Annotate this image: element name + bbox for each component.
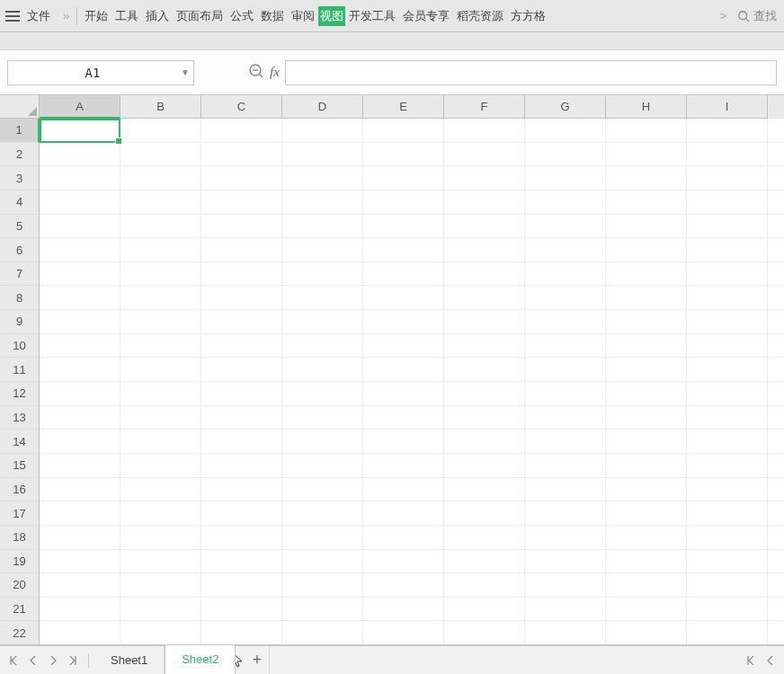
- row-header-8[interactable]: 8: [0, 286, 40, 310]
- row-header-20[interactable]: 20: [0, 573, 40, 598]
- sheet-nav-prev[interactable]: [24, 652, 42, 670]
- cell[interactable]: [282, 550, 363, 574]
- cell[interactable]: [687, 406, 768, 430]
- cell[interactable]: [444, 143, 525, 167]
- cell[interactable]: [120, 501, 201, 526]
- cell[interactable]: [525, 143, 606, 167]
- cell[interactable]: [444, 334, 525, 359]
- cell[interactable]: [363, 573, 444, 598]
- cell[interactable]: [687, 430, 768, 454]
- cell[interactable]: [606, 501, 687, 526]
- cell[interactable]: [282, 238, 363, 262]
- cell[interactable]: [768, 406, 784, 430]
- cell[interactable]: [768, 143, 784, 167]
- cell[interactable]: [606, 478, 687, 502]
- cell[interactable]: [606, 119, 687, 143]
- cell[interactable]: [525, 191, 606, 215]
- row-header-16[interactable]: 16: [0, 478, 40, 502]
- cell[interactable]: [687, 166, 768, 191]
- cell[interactable]: [444, 621, 525, 644]
- cell[interactable]: [444, 166, 525, 191]
- sheet-tab-1[interactable]: Sheet1: [94, 646, 165, 675]
- cell[interactable]: [768, 191, 784, 215]
- cell[interactable]: [201, 406, 282, 430]
- cell[interactable]: [201, 526, 282, 550]
- cell[interactable]: [606, 215, 687, 239]
- row-header-3[interactable]: 3: [0, 166, 40, 191]
- cell[interactable]: [201, 238, 282, 262]
- cell[interactable]: [363, 526, 444, 550]
- cell[interactable]: [444, 358, 525, 382]
- cell[interactable]: [768, 430, 784, 454]
- cell[interactable]: [768, 501, 784, 526]
- cell[interactable]: [687, 262, 768, 287]
- cell[interactable]: [120, 573, 201, 598]
- cell[interactable]: [525, 382, 606, 406]
- name-box[interactable]: A1 ▼: [7, 60, 194, 85]
- cell[interactable]: [120, 143, 201, 167]
- cell[interactable]: [282, 215, 363, 239]
- cell[interactable]: [525, 550, 606, 574]
- cell[interactable]: [525, 430, 606, 454]
- ribbon-tab-view[interactable]: 视图: [318, 6, 345, 26]
- zoom-out-icon[interactable]: [248, 63, 264, 82]
- cell[interactable]: [768, 286, 784, 310]
- cell[interactable]: [525, 358, 606, 382]
- cell[interactable]: [768, 262, 784, 287]
- cell[interactable]: [201, 310, 282, 334]
- cell[interactable]: [40, 286, 120, 310]
- column-header-C[interactable]: C: [201, 95, 282, 119]
- cell[interactable]: [444, 382, 525, 406]
- cell[interactable]: [444, 454, 525, 478]
- cell[interactable]: [282, 621, 363, 644]
- row-header-17[interactable]: 17: [0, 501, 40, 526]
- cell[interactable]: [606, 310, 687, 334]
- cell[interactable]: [282, 454, 363, 478]
- cell[interactable]: [687, 550, 768, 574]
- cell[interactable]: [444, 215, 525, 239]
- cell[interactable]: [444, 406, 525, 430]
- cell[interactable]: [444, 501, 525, 526]
- menu-hamburger-icon[interactable]: [5, 11, 20, 22]
- cell[interactable]: [201, 215, 282, 239]
- ribbon-tab-tools[interactable]: 工具: [111, 6, 142, 26]
- cell[interactable]: [525, 215, 606, 239]
- column-header-A[interactable]: A: [40, 95, 120, 119]
- cell[interactable]: [687, 621, 768, 644]
- cell[interactable]: [120, 454, 201, 478]
- cell[interactable]: [282, 598, 363, 622]
- cell[interactable]: [525, 598, 606, 622]
- hscroll-first[interactable]: [742, 652, 760, 670]
- cell[interactable]: [687, 238, 768, 262]
- ribbon-tab-data[interactable]: 数据: [257, 6, 288, 26]
- column-header-F[interactable]: F: [444, 95, 525, 119]
- cell[interactable]: [687, 358, 768, 382]
- cell[interactable]: [687, 215, 768, 239]
- cell[interactable]: [120, 406, 201, 430]
- cell[interactable]: [768, 166, 784, 191]
- cell[interactable]: [201, 501, 282, 526]
- cell[interactable]: [687, 286, 768, 310]
- cell[interactable]: [444, 286, 525, 310]
- cell[interactable]: [40, 430, 120, 454]
- cell[interactable]: [444, 191, 525, 215]
- cell[interactable]: [606, 143, 687, 167]
- cell[interactable]: [282, 406, 363, 430]
- cell[interactable]: [201, 262, 282, 287]
- cell[interactable]: [40, 406, 120, 430]
- cell[interactable]: [120, 166, 201, 191]
- column-header-B[interactable]: B: [120, 95, 201, 119]
- cell[interactable]: [363, 143, 444, 167]
- cell[interactable]: [363, 406, 444, 430]
- row-header-4[interactable]: 4: [0, 191, 40, 215]
- row-header-13[interactable]: 13: [0, 406, 40, 430]
- cell[interactable]: [201, 286, 282, 310]
- cell[interactable]: [282, 430, 363, 454]
- cell[interactable]: [120, 550, 201, 574]
- cell[interactable]: [120, 430, 201, 454]
- cell[interactable]: [201, 621, 282, 644]
- add-sheet-button[interactable]: +: [245, 646, 270, 675]
- cell[interactable]: [282, 526, 363, 550]
- cell[interactable]: [687, 454, 768, 478]
- cell[interactable]: [768, 310, 784, 334]
